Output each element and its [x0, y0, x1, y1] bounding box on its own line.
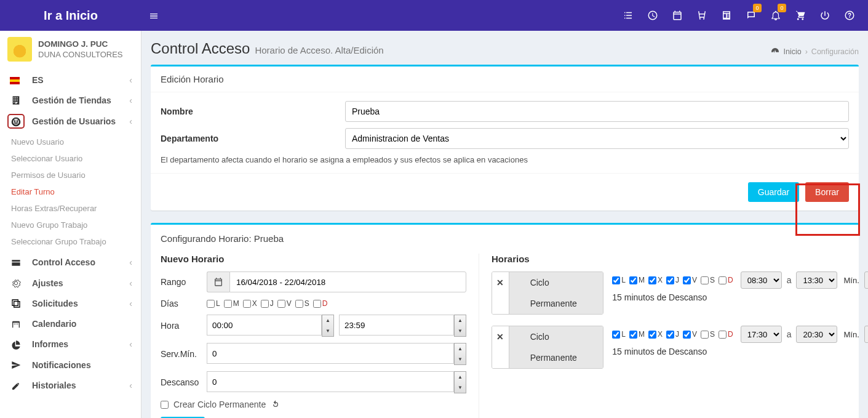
help-icon	[844, 10, 855, 21]
top-right-menu: 0 0	[616, 0, 868, 31]
topicon-clock[interactable]	[640, 0, 665, 31]
chat-badge: 0	[753, 4, 762, 12]
logo-home-link[interactable]: Ir a Inicio	[0, 0, 141, 31]
clock-icon	[647, 10, 658, 21]
menu-icon	[149, 11, 159, 21]
topicon-bell[interactable]: 0	[763, 0, 788, 31]
sidebar-toggle[interactable]	[141, 10, 166, 21]
road-icon	[696, 10, 707, 21]
topicon-list[interactable]	[616, 0, 640, 31]
topicon-calendar[interactable]	[665, 0, 690, 31]
power-icon	[819, 10, 830, 21]
calendar-icon	[672, 10, 683, 21]
topicon-help[interactable]	[837, 0, 862, 31]
news-icon	[721, 10, 732, 21]
topicon-power[interactable]	[813, 0, 837, 31]
topicon-road[interactable]	[690, 0, 714, 31]
list-icon	[623, 10, 634, 21]
topicon-news[interactable]	[714, 0, 739, 31]
bell-badge: 0	[778, 4, 786, 12]
topicon-chat[interactable]: 0	[739, 0, 763, 31]
cart-icon	[795, 10, 806, 21]
top-header: Ir a Inicio 0 0	[0, 0, 868, 31]
topicon-cart[interactable]	[788, 0, 813, 31]
